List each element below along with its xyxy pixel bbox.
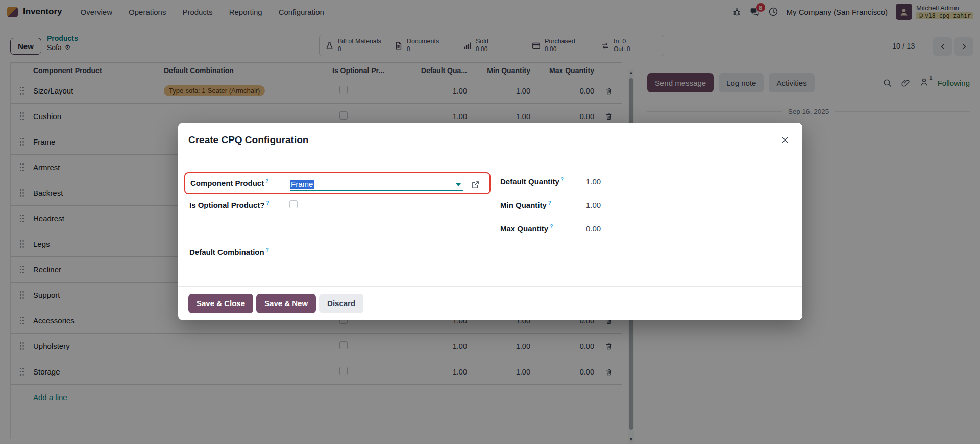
max-quantity-value[interactable]: 0.00 — [586, 224, 601, 233]
save-new-button[interactable]: Save & New — [256, 294, 316, 313]
default-combination-label: Default Combination? — [189, 247, 269, 256]
dialog-title: Create CPQ Configuration — [188, 134, 308, 146]
close-icon[interactable] — [780, 135, 790, 145]
dialog-body: Component Product? Frame Is Optional Pro… — [178, 157, 802, 286]
help-marker[interactable]: ? — [266, 247, 269, 253]
help-marker[interactable]: ? — [266, 200, 270, 206]
max-quantity-label: Max Quantity? — [500, 224, 553, 233]
screen: Inventory Overview Operations Products R… — [0, 0, 980, 444]
discard-button[interactable]: Discard — [319, 294, 363, 313]
dialog-footer: Save & Close Save & New Discard — [178, 286, 802, 320]
component-product-field-highlight: Component Product? Frame — [184, 172, 491, 194]
default-quantity-label: Default Quantity? — [500, 177, 564, 186]
min-quantity-label: Min Quantity? — [500, 200, 551, 209]
help-marker[interactable]: ? — [548, 200, 551, 206]
help-marker[interactable]: ? — [561, 177, 564, 182]
selected-text: Frame — [290, 180, 314, 189]
default-quantity-value[interactable]: 1.00 — [586, 177, 601, 186]
dialog-header: Create CPQ Configuration — [178, 123, 802, 157]
is-optional-checkbox[interactable] — [289, 200, 298, 208]
external-link-icon[interactable] — [471, 180, 480, 189]
help-marker[interactable]: ? — [265, 178, 268, 184]
create-cpq-dialog: Create CPQ Configuration Component Produ… — [178, 123, 802, 320]
component-product-label: Component Product? — [190, 178, 268, 188]
save-close-button[interactable]: Save & Close — [188, 294, 253, 313]
min-quantity-value[interactable]: 1.00 — [586, 201, 601, 209]
component-product-input[interactable]: Frame — [290, 178, 463, 191]
dropdown-caret-icon[interactable] — [456, 183, 461, 186]
is-optional-label: Is Optional Product?? — [189, 200, 270, 209]
help-marker[interactable]: ? — [550, 224, 553, 229]
